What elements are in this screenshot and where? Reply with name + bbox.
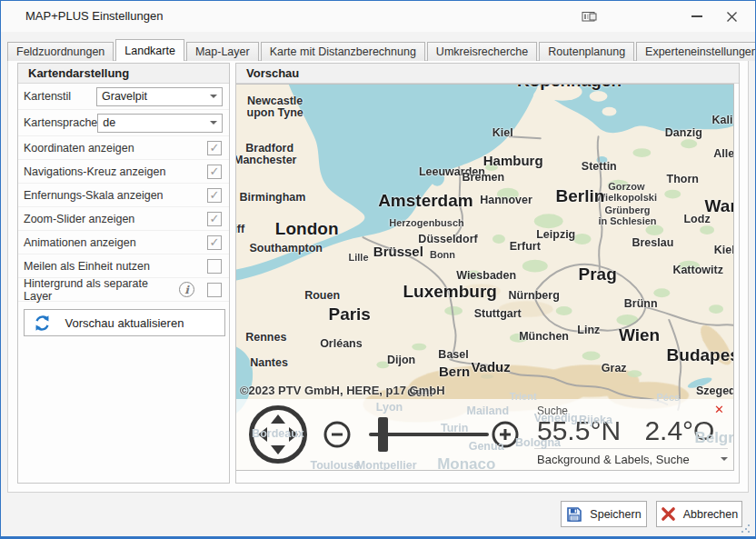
- save-button-label: Speichern: [590, 508, 641, 521]
- setting-label: Enfernungs-Skala anzeigen: [24, 189, 207, 202]
- tab-umkreisrecherche[interactable]: Umkreisrecherche: [427, 42, 537, 61]
- setting-row-navigations-kreuz-anzeigen: Navigations-Kreuz anzeigen: [18, 160, 229, 184]
- tab-landkarte[interactable]: Landkarte: [115, 39, 184, 61]
- minimize-button[interactable]: [684, 5, 710, 27]
- pan-left-icon: [258, 427, 267, 442]
- pan-up-icon: [271, 414, 285, 424]
- setting-row-zoom-slider-anzeigen: Zoom-Slider anzeigen: [18, 207, 229, 231]
- search-close-icon[interactable]: ✕: [714, 403, 724, 416]
- setting-row-koordinaten-anzeigen: Koordinaten anzeigen: [18, 136, 229, 160]
- search-widget: Suche ✕ 55.5°N 2.4°O Background & Labels…: [529, 399, 733, 470]
- animationen-anzeigen-checkbox[interactable]: [207, 235, 222, 250]
- docking-icon[interactable]: [577, 5, 602, 27]
- cancel-x-icon: [661, 506, 676, 522]
- settings-dialog: MAP+PLUS Einstellungen FeldzuordnungenLa…: [0, 0, 756, 539]
- layers-dropdown[interactable]: Background & Labels, Suche: [534, 448, 728, 469]
- coordinates-display: 55.5°N 2.4°O: [529, 415, 697, 446]
- zoom-slider-anzeigen-checkbox[interactable]: [207, 212, 222, 226]
- kartenstil-dropdown[interactable]: Gravelpit: [96, 87, 223, 106]
- pan-cross-control[interactable]: [248, 404, 308, 464]
- close-button[interactable]: [719, 5, 744, 27]
- dropdown-rows: KartenstilGravelpitKartensprachede: [18, 84, 229, 136]
- tab-map-layer[interactable]: Map-Layer: [186, 42, 259, 61]
- save-button[interactable]: Speichern: [561, 501, 647, 527]
- zoom-in-button[interactable]: [492, 421, 519, 448]
- setting-row-kartenstil: KartenstilGravelpit: [18, 84, 229, 110]
- pan-right-icon: [289, 427, 298, 442]
- close-icon: [726, 11, 738, 23]
- chevron-down-icon: [721, 457, 728, 461]
- map-preview[interactable]: KopenhagenNewcastle upon TyneKielDanzigK…: [236, 84, 734, 471]
- meilen-als-einheit-nutzen-checkbox[interactable]: [207, 259, 222, 274]
- chevron-down-icon: [210, 95, 217, 98]
- setting-label: Koordinaten anzeigen: [24, 142, 207, 155]
- setting-label: Animationen anzeigen: [24, 236, 207, 249]
- layers-dropdown-value: Background & Labels, Suche: [534, 453, 721, 466]
- kartendarstellung-panel: Kartendarstellung KartenstilGravelpitKar…: [17, 63, 230, 484]
- minimize-icon: [691, 15, 702, 17]
- title-bar[interactable]: MAP+PLUS Einstellungen: [1, 1, 755, 32]
- window-title: MAP+PLUS Einstellungen: [25, 9, 163, 23]
- koordinaten-anzeigen-checkbox[interactable]: [207, 141, 222, 155]
- panel-header-vorschau: Vorschau: [236, 64, 739, 84]
- tab-routenplanung[interactable]: Routenplanung: [539, 42, 634, 61]
- setting-row-animationen-anzeigen: Animationen anzeigen: [18, 231, 229, 255]
- tab-bar: FeldzuordnungenLandkarteMap-LayerKarte m…: [7, 41, 749, 61]
- docking-icon-glyph: [582, 11, 598, 23]
- setting-label: Hintergrund als separate Layer: [24, 277, 179, 303]
- vorschau-panel: Vorschau: [235, 63, 740, 484]
- tab-karte-mit-distanzberechnung[interactable]: Karte mit Distanzberechnung: [261, 42, 425, 61]
- info-icon[interactable]: i: [179, 282, 194, 297]
- refresh-icon: [34, 314, 51, 332]
- navigations-kreuz-anzeigen-checkbox[interactable]: [207, 165, 222, 179]
- refresh-preview-button[interactable]: Vorschau aktualisieren: [24, 309, 225, 336]
- chevron-down-icon: [210, 121, 217, 125]
- longitude-value: 2.4°O: [644, 415, 714, 445]
- setting-label: Kartensprache: [24, 116, 97, 129]
- setting-label: Zoom-Slider anzeigen: [24, 213, 207, 225]
- zoom-slider-handle[interactable]: [378, 417, 388, 452]
- pan-down-icon: [271, 445, 285, 454]
- tab-page-landkarte: Kartendarstellung KartenstilGravelpitKar…: [7, 60, 749, 493]
- setting-row-meilen-als-einheit-nutzen: Meilen als Einheit nutzen: [18, 255, 229, 278]
- cancel-button-label: Abbrechen: [683, 508, 738, 521]
- panel-header-kartendarstellung: Kartendarstellung: [18, 64, 229, 84]
- map-copyright: ©2023 PTV GmbH, HERE, p17 GmbH: [240, 384, 445, 397]
- setting-row-kartensprache: Kartensprachede: [18, 110, 229, 136]
- save-icon: [566, 506, 582, 523]
- map-controls-overlay: Suche ✕ 55.5°N 2.4°O Background & Labels…: [236, 399, 733, 470]
- setting-label: Navigations-Kreuz anzeigen: [24, 165, 207, 178]
- dropdown-value: de: [103, 116, 210, 129]
- checkbox-rows: Koordinaten anzeigenNavigations-Kreuz an…: [18, 136, 229, 302]
- tab-experteneinstellungen[interactable]: Experteneinstellungen: [636, 42, 756, 61]
- tab-feldzuordnungen[interactable]: Feldzuordnungen: [7, 42, 114, 61]
- setting-row-hintergrund-als-separate-layer: Hintergrund als separate Layeri: [18, 278, 229, 302]
- resize-grip[interactable]: [741, 524, 751, 534]
- zoom-out-button[interactable]: [323, 421, 351, 448]
- hintergrund-als-separate-layer-checkbox[interactable]: [207, 283, 222, 297]
- setting-label: Meilen als Einheit nutzen: [24, 260, 207, 273]
- dropdown-value: Gravelpit: [102, 90, 210, 103]
- cancel-button[interactable]: Abbrechen: [656, 501, 742, 527]
- latitude-value: 55.5°N: [537, 415, 621, 445]
- kartensprache-dropdown[interactable]: de: [97, 114, 223, 133]
- setting-row-enfernungs-skala-anzeigen: Enfernungs-Skala anzeigen: [18, 184, 229, 207]
- refresh-preview-label: Vorschau aktualisieren: [25, 316, 224, 330]
- enfernungs-skala-anzeigen-checkbox[interactable]: [207, 188, 222, 203]
- setting-label: Kartenstil: [24, 90, 96, 103]
